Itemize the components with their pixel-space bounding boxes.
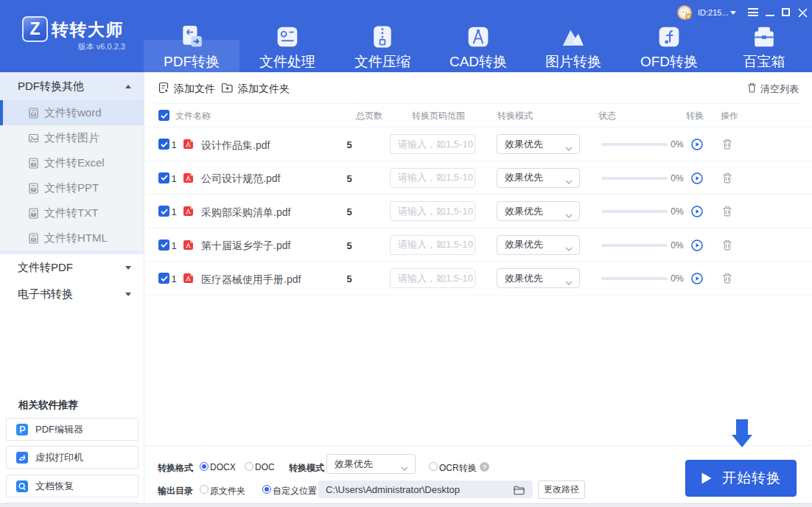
col-header-status: 状态 xyxy=(598,110,616,122)
add-file-label: 添加文件 xyxy=(174,83,215,96)
radio-original-folder-label[interactable]: 原文件夹 xyxy=(210,485,245,497)
doc-recovery-icon xyxy=(16,480,28,492)
delete-row-icon[interactable] xyxy=(722,273,732,284)
radio-custom-location[interactable] xyxy=(262,485,271,494)
mode-select[interactable]: 效果优先 xyxy=(497,268,580,288)
progress-percent: 0% xyxy=(669,139,685,150)
pdf-convert-icon xyxy=(180,25,203,49)
output-path-input[interactable]: C:\Users\Administrator\Desktop xyxy=(318,480,533,498)
radio-ocr-label[interactable]: OCR转换 xyxy=(439,462,477,475)
radio-original-folder[interactable] xyxy=(200,485,209,494)
sidebar-item-to-txt[interactable]: T 文件转TXT xyxy=(0,200,144,225)
sidebar-item-to-excel[interactable]: X 文件转Excel xyxy=(0,150,144,175)
radio-ocr[interactable] xyxy=(429,462,438,471)
start-row-convert-button[interactable] xyxy=(691,172,703,184)
add-file-button[interactable]: 添加文件 xyxy=(158,82,215,97)
image-convert-icon xyxy=(561,25,585,49)
page-range-input[interactable]: 请输入，如1,5-10 xyxy=(390,201,475,221)
recommend-title: 相关软件推荐 xyxy=(18,399,78,412)
clear-list-button[interactable]: 清空列表 xyxy=(747,83,799,96)
page-range-input[interactable]: 请输入，如1,5-10 xyxy=(390,168,475,188)
sidebar: PDF转换其他 W 文件转word 文件转图片 X 文件转Excel P 文件 xyxy=(0,72,144,503)
sidebar-group-header-to-pdf[interactable]: 文件转PDF xyxy=(0,254,144,281)
main-panel: 添加文件 添加文件夹 清空列表 文件名称 总页数 转换页码范围 转换模式 状态 … xyxy=(144,72,812,503)
start-row-convert-button[interactable] xyxy=(691,273,703,284)
mode-select[interactable]: 效果优先 xyxy=(497,168,580,188)
add-file-icon xyxy=(158,82,169,97)
sidebar-item-to-image[interactable]: 文件转图片 xyxy=(0,125,144,150)
page-count: 5 xyxy=(342,240,357,251)
sidebar-item-to-word[interactable]: W 文件转word xyxy=(0,100,144,125)
delete-row-icon[interactable] xyxy=(722,206,732,217)
sidebar-group-header-ebook[interactable]: 电子书转换 xyxy=(0,281,144,307)
folder-icon[interactable] xyxy=(514,485,525,494)
mode-select[interactable]: 效果优先 xyxy=(497,201,580,221)
delete-row-icon[interactable] xyxy=(722,139,732,150)
user-avatar[interactable] xyxy=(677,5,692,20)
tab-file-compress[interactable]: 文件压缩 xyxy=(335,0,430,72)
tab-file-process[interactable]: 文件处理 xyxy=(239,0,335,72)
cad-convert-icon xyxy=(466,25,490,49)
mode-select[interactable]: 效果优先 xyxy=(497,134,580,154)
page-range-input[interactable]: 请输入，如1,5-10 xyxy=(390,235,475,255)
minimize-button[interactable] xyxy=(766,15,774,16)
settings-divider xyxy=(146,445,811,446)
maximize-button[interactable] xyxy=(782,8,790,16)
recommend-pdf-editor[interactable]: PDF编辑器 xyxy=(6,418,139,441)
start-row-convert-button[interactable] xyxy=(691,139,703,150)
page-range-input[interactable]: 请输入，如1,5-10 xyxy=(390,268,475,288)
start-row-convert-button[interactable] xyxy=(691,206,703,217)
change-path-button[interactable]: 更改路径 xyxy=(538,480,585,499)
row-checkbox[interactable] xyxy=(158,206,169,217)
add-folder-button[interactable]: 添加文件夹 xyxy=(221,82,290,97)
col-header-mode: 转换模式 xyxy=(497,110,533,122)
row-index: 1 xyxy=(169,206,178,217)
radio-doc[interactable] xyxy=(245,462,253,471)
row-checkbox[interactable] xyxy=(158,239,169,251)
select-all-checkbox[interactable] xyxy=(158,110,169,121)
row-checkbox[interactable] xyxy=(158,273,169,284)
html-file-icon: H xyxy=(28,233,39,244)
radio-custom-location-label[interactable]: 自定义位置 xyxy=(273,485,317,497)
recommend-virtual-printer[interactable]: 虚拟打印机 xyxy=(6,446,139,469)
user-dropdown-caret-icon[interactable] xyxy=(730,11,736,15)
progress-percent: 0% xyxy=(669,273,685,284)
progress-bar xyxy=(601,244,668,247)
sidebar-item-to-html[interactable]: H 文件转HTML xyxy=(0,225,144,251)
global-mode-select[interactable]: 效果优先 xyxy=(326,454,416,474)
menu-icon[interactable] xyxy=(748,8,758,18)
sidebar-group-header-pdf-other[interactable]: PDF转换其他 xyxy=(0,72,144,100)
progress-bar xyxy=(601,143,668,146)
radio-doc-label[interactable]: DOC xyxy=(255,462,275,472)
row-checkbox[interactable] xyxy=(158,139,169,150)
recommend-doc-recovery[interactable]: 文档恢复 xyxy=(6,475,139,497)
mode-select[interactable]: 效果优先 xyxy=(497,235,580,255)
tab-label: 百宝箱 xyxy=(716,52,812,71)
app-version: 版本 v6.0.2.3 xyxy=(52,41,125,52)
ocr-help-icon[interactable]: ? xyxy=(480,462,489,472)
expand-arrow-icon xyxy=(125,266,131,270)
sidebar-item-to-ppt[interactable]: P 文件转PPT xyxy=(0,175,144,200)
pdf-editor-icon xyxy=(16,424,28,436)
tab-cad-convert[interactable]: CAD转换 xyxy=(430,0,526,72)
tab-pdf-convert[interactable]: PDF转换 xyxy=(144,0,239,72)
expand-arrow-icon xyxy=(125,293,131,296)
delete-row-icon[interactable] xyxy=(722,239,732,251)
user-id[interactable]: ID:215... xyxy=(698,8,729,17)
file-compress-icon xyxy=(371,25,394,49)
radio-docx-label[interactable]: DOCX xyxy=(210,462,236,472)
page-count: 5 xyxy=(342,273,357,284)
delete-row-icon[interactable] xyxy=(722,172,732,183)
start-row-convert-button[interactable] xyxy=(691,239,703,251)
output-label: 输出目录 xyxy=(158,485,193,497)
row-checkbox[interactable] xyxy=(158,172,169,183)
tab-image-convert[interactable]: 图片转换 xyxy=(525,0,621,72)
progress-percent: 0% xyxy=(669,206,685,217)
sidebar-item-label: 文件转word xyxy=(44,106,102,120)
pdf-file-icon xyxy=(183,239,194,251)
page-range-input[interactable]: 请输入，如1,5-10 xyxy=(390,134,475,154)
radio-docx[interactable] xyxy=(200,462,209,471)
close-button[interactable] xyxy=(798,7,808,17)
start-convert-button[interactable]: 开始转换 xyxy=(685,460,797,497)
row-index: 1 xyxy=(169,240,178,251)
